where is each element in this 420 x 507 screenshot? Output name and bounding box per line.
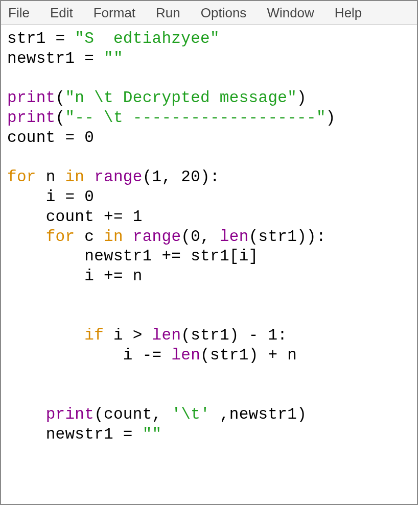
code-token: ( [56, 89, 65, 107]
code-token: newstr1 [46, 425, 113, 443]
code-token: i [84, 267, 94, 285]
code-string: "n \t Decrypted message" [65, 89, 297, 107]
code-keyword: in [65, 168, 84, 186]
code-builtin: print [7, 109, 56, 127]
menu-help[interactable]: Help [332, 3, 365, 23]
code-token: count [46, 208, 95, 226]
code-number: 1 [133, 208, 143, 226]
code-token: = [65, 129, 75, 147]
menu-file[interactable]: File [5, 3, 33, 23]
code-token: ( [249, 228, 259, 246]
code-token: ): [200, 168, 220, 186]
code-token: ) [229, 326, 239, 344]
code-builtin: range [133, 228, 181, 246]
code-token: n [46, 168, 56, 186]
code-token: i [46, 188, 56, 206]
menu-format[interactable]: Format [90, 3, 138, 23]
code-string: "S edtiahzyee" [75, 30, 220, 47]
code-token: n [287, 346, 297, 364]
code-builtin: len [171, 346, 200, 364]
code-token: i [113, 326, 123, 344]
menu-edit[interactable]: Edit [47, 3, 76, 23]
code-number: 0 [84, 188, 94, 206]
code-token: , [220, 405, 229, 423]
code-token: ( [143, 168, 152, 186]
code-number: 1 [152, 168, 162, 186]
code-builtin: len [220, 228, 249, 246]
code-token: > [133, 326, 143, 344]
code-token: ( [181, 326, 191, 344]
code-token: ) [249, 346, 259, 364]
code-token: , [161, 168, 171, 186]
code-number: 0 [84, 129, 94, 147]
code-token: += [161, 247, 181, 265]
code-token: str1 [7, 30, 46, 47]
code-keyword: for [7, 168, 36, 186]
code-token: += [104, 267, 123, 285]
code-token: str1 [210, 346, 249, 364]
code-token: count [104, 405, 152, 423]
code-number: 1 [268, 326, 277, 344]
code-token: ( [56, 109, 65, 127]
code-number: 20 [181, 168, 200, 186]
code-builtin: len [152, 326, 181, 344]
code-token: ( [200, 346, 210, 364]
code-token: i [123, 346, 133, 364]
code-token: )): [297, 228, 326, 246]
code-token: newstr1 [229, 405, 297, 423]
editor-window: File Edit Format Run Options Window Help… [0, 0, 418, 505]
menu-bar: File Edit Format Run Options Window Help [1, 1, 417, 25]
code-token: str1 [191, 326, 229, 344]
menu-window[interactable]: Window [264, 3, 317, 23]
code-token: newstr1 [84, 247, 152, 265]
code-token: ) [297, 89, 307, 107]
code-builtin: print [46, 405, 95, 423]
code-token: newstr1 [7, 50, 75, 67]
code-token: c [84, 228, 94, 246]
code-token: count [7, 129, 56, 147]
code-token: , [200, 228, 210, 246]
code-string: "" [104, 50, 123, 67]
code-token: ) [297, 405, 307, 423]
code-token: += [104, 208, 123, 226]
code-token: , [152, 405, 162, 423]
code-string: '\t' [171, 405, 210, 423]
code-keyword: if [84, 326, 104, 344]
code-token: str1[i] [191, 247, 258, 265]
code-token: = [123, 425, 133, 443]
code-token: = [56, 30, 65, 47]
code-keyword: in [104, 228, 123, 246]
code-string: "" [143, 425, 162, 443]
code-token: + [268, 346, 277, 364]
code-token: -= [143, 346, 162, 364]
code-token: n [133, 267, 143, 285]
code-token: = [65, 188, 75, 206]
menu-options[interactable]: Options [198, 3, 250, 23]
code-token: ) [326, 109, 336, 127]
menu-run[interactable]: Run [153, 3, 183, 23]
code-builtin: range [94, 168, 143, 186]
code-token: ( [94, 405, 104, 423]
code-editor[interactable]: str1 = "S edtiahzyee" newstr1 = "" print… [1, 25, 417, 504]
code-token: : [277, 326, 287, 344]
code-builtin: print [7, 89, 56, 107]
code-token: - [249, 326, 259, 344]
code-keyword: for [46, 228, 75, 246]
code-number: 0 [191, 228, 200, 246]
code-string: "-- \t -------------------" [65, 109, 325, 127]
code-token: ( [181, 228, 191, 246]
code-token: str1 [259, 228, 297, 246]
code-token: = [84, 50, 94, 67]
